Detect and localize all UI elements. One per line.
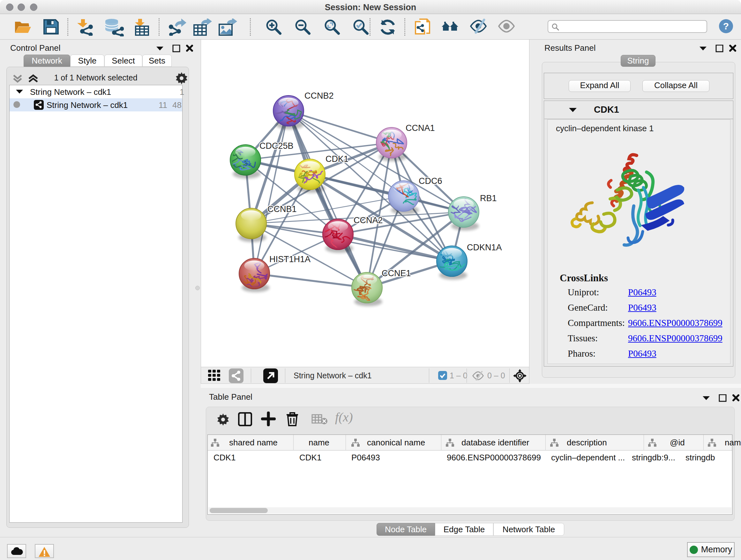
svg-text:CCNB1: CCNB1 <box>267 204 297 214</box>
svg-text:CDK1: CDK1 <box>326 154 348 164</box>
svg-text:CDC25B: CDC25B <box>259 141 293 151</box>
svg-text:CCNE1: CCNE1 <box>382 268 411 278</box>
svg-text:CCNA1: CCNA1 <box>406 123 435 133</box>
svg-text:CDKN1A: CDKN1A <box>467 243 502 252</box>
svg-text:CCNB2: CCNB2 <box>305 91 334 101</box>
svg-text:RB1: RB1 <box>480 193 497 203</box>
svg-text:CDC6: CDC6 <box>419 176 442 186</box>
svg-text:HIST1H1A: HIST1H1A <box>269 254 311 264</box>
svg-text:?: ? <box>723 21 729 31</box>
svg-text:CCNA2: CCNA2 <box>354 215 383 225</box>
